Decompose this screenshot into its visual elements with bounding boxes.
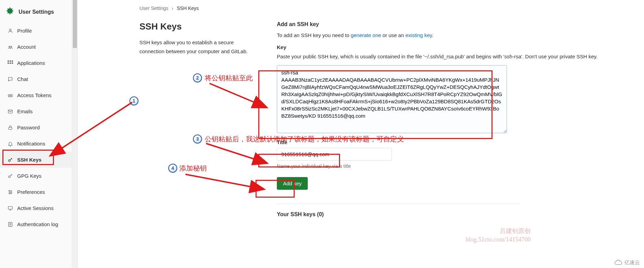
sidebar-item-label: SSH Keys [17, 157, 42, 163]
svg-point-17 [9, 190, 10, 191]
bell-icon [8, 141, 13, 147]
add-key-heading: Add an SSH key [277, 21, 630, 27]
svg-rect-3 [8, 60, 9, 62]
user-icon [8, 28, 13, 34]
breadcrumb-current: SSH Keys [177, 5, 199, 11]
page-description: SSH keys allow you to establish a secure… [139, 38, 249, 56]
help-text: To add an SSH key you need to [277, 32, 351, 38]
sidebar-item-profile[interactable]: Profile [0, 23, 72, 39]
svg-rect-6 [8, 62, 9, 64]
watermark-line1: 吕建钊原创 [500, 228, 531, 234]
svg-point-16 [9, 176, 10, 177]
sidebar-item-access-tokens[interactable]: Access Tokens [0, 87, 72, 103]
help-text: . [432, 32, 433, 38]
sidebar-item-label: Chat [17, 76, 28, 82]
watermark-line2: blog.51cto.com/14154700 [466, 236, 531, 243]
watermark-brand: 亿速云 [614, 259, 640, 266]
sidebar-item-label: Access Tokens [17, 92, 52, 98]
sidebar-item-label: Notifications [17, 141, 45, 147]
chat-icon [8, 77, 13, 82]
sidebar-item-label: Password [17, 125, 40, 130]
key-icon [8, 157, 13, 163]
section-intro: SSH Keys SSH keys allow you to establish… [139, 21, 249, 222]
svg-rect-4 [10, 60, 11, 62]
sidebar-item-label: Account [17, 44, 36, 50]
key-label: Key [277, 44, 630, 50]
svg-rect-7 [10, 62, 11, 64]
svg-rect-8 [12, 62, 13, 64]
sidebar-item-label: Preferences [17, 189, 45, 195]
content-area: User Settings › SSH Keys SSH Keys SSH ke… [78, 0, 644, 222]
help-text: or use an [381, 32, 406, 38]
svg-point-19 [9, 193, 10, 194]
sidebar-item-authentication-log[interactable]: Authentication log [0, 216, 72, 232]
sidebar-item-preferences[interactable]: Preferences [0, 184, 72, 200]
breadcrumb: User Settings › SSH Keys [139, 3, 630, 21]
svg-point-12 [11, 95, 11, 96]
sidebar-item-label: Emails [17, 108, 33, 114]
add-key-button[interactable]: Add key [277, 177, 308, 190]
sidebar-item-active-sessions[interactable]: Active Sessions [0, 200, 72, 216]
cloud-icon [614, 259, 623, 266]
svg-rect-14 [9, 127, 12, 129]
svg-point-10 [9, 95, 10, 96]
svg-point-15 [9, 160, 10, 161]
sidebar-item-label: Profile [17, 28, 32, 34]
watermark-brand-text: 亿速云 [624, 259, 640, 266]
scrollbar[interactable] [72, 0, 78, 268]
sidebar-header: User Settings [0, 0, 72, 23]
sidebar-item-label: Active Sessions [17, 205, 54, 211]
svg-point-2 [11, 46, 12, 47]
sidebar-item-ssh-keys[interactable]: SSH Keys [0, 152, 72, 168]
gitlab-settings-logo-icon [5, 6, 19, 18]
svg-point-18 [11, 191, 12, 193]
generate-key-link[interactable]: generate one [351, 32, 381, 38]
title-help: Name your individual key via a title [277, 163, 630, 169]
sidebar-title: User Settings [19, 9, 54, 15]
watermark-blog: 吕建钊原创 blog.51cto.com/14154700 [466, 227, 531, 244]
chevron-right-icon: › [172, 5, 173, 11]
monitor-icon [8, 206, 13, 211]
applications-icon [8, 60, 13, 66]
svg-rect-20 [8, 206, 12, 209]
existing-key-link[interactable]: existing key [405, 32, 432, 38]
svg-rect-5 [12, 60, 13, 62]
ssh-key-input[interactable] [277, 65, 507, 133]
svg-point-1 [9, 46, 10, 47]
title-label: Title [277, 139, 630, 145]
svg-point-0 [9, 29, 11, 31]
log-icon [8, 222, 13, 227]
sidebar-item-notifications[interactable]: Notifications [0, 136, 72, 152]
sidebar-item-label: Applications [17, 60, 45, 66]
sidebar-item-account[interactable]: Account [0, 39, 72, 55]
token-icon [8, 93, 13, 98]
page-title: SSH Keys [139, 21, 249, 32]
divider [277, 203, 520, 204]
svg-point-11 [10, 95, 10, 96]
sliders-icon [8, 189, 13, 195]
sidebar-item-chat[interactable]: Chat [0, 71, 72, 87]
sidebar-item-label: Authentication log [17, 221, 58, 227]
sidebar: User Settings Profile Account Applicatio… [0, 0, 72, 268]
sidebar-item-password[interactable]: Password [0, 119, 72, 136]
sidebar-item-applications[interactable]: Applications [0, 55, 72, 71]
key-icon [8, 173, 13, 179]
sidebar-item-label: GPG Keys [17, 173, 42, 179]
sidebar-item-gpg-keys[interactable]: GPG Keys [0, 168, 72, 184]
mail-icon [8, 109, 13, 114]
sidebar-item-emails[interactable]: Emails [0, 103, 72, 119]
account-icon [8, 44, 13, 50]
key-help: Paste your public SSH key, which is usua… [277, 53, 630, 61]
scrollbar-thumb[interactable] [73, 0, 77, 48]
lock-icon [8, 125, 13, 130]
add-key-help: To add an SSH key you need to generate o… [277, 32, 630, 39]
breadcrumb-root[interactable]: User Settings [139, 5, 168, 11]
your-keys-heading: Your SSH keys (0) [277, 211, 630, 218]
ssh-key-title-input[interactable] [277, 148, 392, 161]
add-key-form: Add an SSH key To add an SSH key you nee… [277, 21, 630, 222]
